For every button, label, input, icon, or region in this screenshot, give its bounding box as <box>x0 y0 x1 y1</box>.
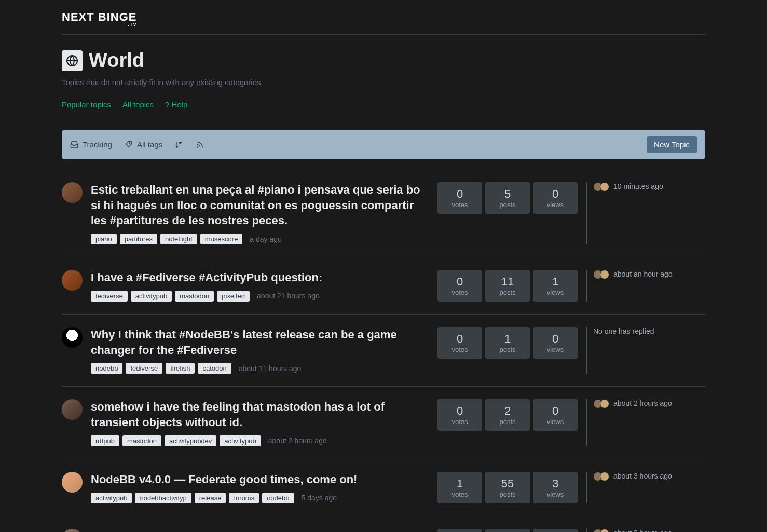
topic-title[interactable]: somehow i have the feeling that mastodon… <box>91 399 429 430</box>
stat-number: 0 <box>437 187 482 201</box>
topic-time: 5 days ago <box>302 494 337 502</box>
stat-label: votes <box>437 289 482 296</box>
last-reply[interactable]: 10 minutes ago <box>586 182 705 244</box>
stat-votes: 0votes <box>437 327 482 359</box>
tag[interactable]: fediverse <box>91 291 128 302</box>
small-avatar[interactable] <box>600 270 609 279</box>
stat-number: 1 <box>485 332 530 346</box>
stat-views: 0views <box>533 327 578 359</box>
all-tags-button[interactable]: All tags <box>125 140 162 149</box>
small-avatar[interactable] <box>600 529 609 532</box>
last-reply[interactable]: about an hour ago <box>586 270 705 302</box>
stat-posts: 9posts <box>485 529 530 532</box>
topic-main: Estic treballant en una peça al #piano i… <box>91 182 429 244</box>
tracking-button[interactable]: Tracking <box>70 140 112 149</box>
topic-main: Moving from Bell Fibe to TekSavvy fiber.… <box>91 529 429 532</box>
small-avatar[interactable] <box>600 399 609 408</box>
small-avatar[interactable] <box>600 472 609 481</box>
tag[interactable]: activitypubdev <box>165 435 216 446</box>
reply-time: 10 minutes ago <box>613 182 663 190</box>
avatar[interactable] <box>62 399 83 420</box>
avatar[interactable] <box>62 529 83 532</box>
small-avatar[interactable] <box>600 182 609 192</box>
tag[interactable]: fediverse <box>126 363 162 374</box>
tag[interactable]: nodebbactivityp <box>135 493 191 503</box>
stat-number: 0 <box>533 404 578 418</box>
topic-time: about 21 hours ago <box>257 292 320 300</box>
stat-number: 2 <box>485 404 530 418</box>
stat-posts: 55posts <box>485 472 530 503</box>
stat-label: views <box>533 418 578 426</box>
stat-label: views <box>533 490 578 498</box>
topic-stats: 0votes11posts1views <box>437 270 578 302</box>
page-title: World <box>89 49 144 72</box>
reply-time: about 2 hours ago <box>613 399 672 407</box>
new-topic-button[interactable]: New Topic <box>647 136 697 153</box>
stat-votes: 0votes <box>437 529 482 532</box>
nav-help[interactable]: ? Help <box>165 100 187 109</box>
tag[interactable]: rdfpub <box>91 435 119 446</box>
stat-posts: 5posts <box>485 182 530 214</box>
tag[interactable]: mastodon <box>175 291 214 302</box>
tag[interactable]: firefish <box>166 363 195 374</box>
tag[interactable]: piano <box>91 234 117 244</box>
tag[interactable]: activitypub <box>91 493 132 503</box>
tag[interactable]: pixelfed <box>217 291 250 302</box>
tag[interactable]: nodebb <box>91 363 122 374</box>
topic-time: about 11 hours ago <box>239 364 302 373</box>
last-reply[interactable]: about 3 hours ago <box>586 472 705 503</box>
nav-links: Popular topics All topics ? Help <box>62 100 705 109</box>
reply-time: about 3 hours ago <box>613 472 672 480</box>
tag[interactable]: mastodon <box>122 435 161 446</box>
topic-title[interactable]: I have a #Fediverse #ActivityPub questio… <box>91 270 429 285</box>
avatar[interactable] <box>62 270 83 291</box>
sort-button[interactable] <box>175 141 183 149</box>
tag[interactable]: partitures <box>120 234 157 244</box>
tag[interactable]: release <box>195 493 226 503</box>
tag[interactable]: catodon <box>198 363 231 374</box>
topic-time: about 2 hours ago <box>268 436 327 445</box>
reply-avatars <box>593 270 609 279</box>
stat-label: posts <box>485 346 530 353</box>
stat-number: 5 <box>485 187 530 201</box>
tag[interactable]: activitypub <box>220 435 261 446</box>
topic-stats: 0votes1posts0views <box>437 327 578 374</box>
logo[interactable]: NEXT BINGE .TV <box>62 10 136 24</box>
nav-popular-topics[interactable]: Popular topics <box>62 100 111 109</box>
stat-views: 0views <box>533 182 578 214</box>
stat-number: 1 <box>437 477 482 490</box>
stat-label: views <box>533 289 578 296</box>
reply-avatars <box>593 472 609 481</box>
page-title-row: World <box>62 49 705 72</box>
last-reply[interactable]: about 2 hours ago <box>586 399 705 446</box>
avatar[interactable] <box>62 327 83 348</box>
rss-button[interactable] <box>196 141 204 149</box>
last-reply[interactable]: No one has replied <box>586 327 705 374</box>
tag[interactable]: musescore <box>200 234 243 244</box>
stat-number: 3 <box>533 477 578 490</box>
stat-views: 3views <box>533 472 578 503</box>
topic-title[interactable]: Why I think that #NodeBB's latest releas… <box>91 327 429 358</box>
sort-icon <box>175 141 183 149</box>
tag[interactable]: noteflight <box>160 234 197 244</box>
topic-title[interactable]: NodeBB v4.0.0 — Federate good times, com… <box>91 472 429 487</box>
reply-avatars <box>593 399 609 408</box>
avatar[interactable] <box>62 182 83 203</box>
stat-votes: 1votes <box>437 472 482 503</box>
stat-number: 1 <box>533 275 578 289</box>
topic-title[interactable]: Estic treballant en una peça al #piano i… <box>91 182 429 228</box>
logo-text: NEXT BINGE <box>62 10 136 23</box>
stat-number: 0 <box>533 187 578 201</box>
stat-number: 11 <box>485 275 530 289</box>
topic-row: Moving from Bell Fibe to TekSavvy fiber.… <box>62 516 705 532</box>
tag[interactable]: nodebb <box>262 493 294 503</box>
logo-sub: .TV <box>128 22 136 27</box>
tag[interactable]: activitypub <box>131 291 172 302</box>
last-reply[interactable]: about 3 hours ago <box>586 529 705 532</box>
avatar[interactable] <box>62 472 83 493</box>
stat-label: posts <box>485 490 530 498</box>
stat-votes: 0votes <box>437 399 482 431</box>
nav-all-topics[interactable]: All topics <box>122 100 154 109</box>
topic-title[interactable]: Moving from Bell Fibe to TekSavvy fiber. <box>91 529 429 532</box>
tag[interactable]: forums <box>229 493 259 503</box>
